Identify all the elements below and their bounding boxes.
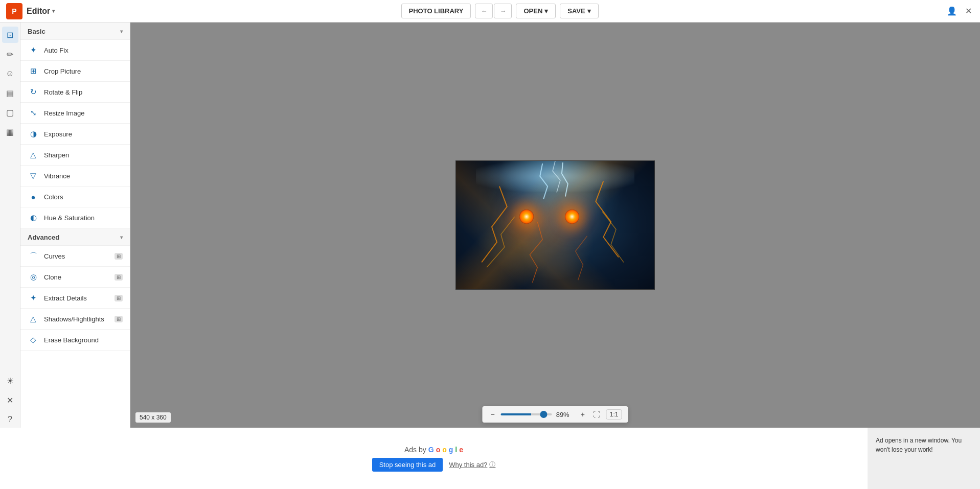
sidebar-item-colors[interactable]: ● Colors — [20, 187, 130, 207]
sidebar-panel: Basic ▾ ✦ Auto Fix ⊞ Crop Picture ↻ Rota… — [20, 22, 130, 428]
icon-bar: ⊡ ✏ ☺ ▤ ▢ ▦ ☀ ✕ ? — [0, 22, 20, 428]
stop-seeing-button[interactable]: Stop seeing this ad — [372, 458, 443, 472]
title-caret[interactable]: ▾ — [52, 8, 55, 14]
auto-fix-icon: ✦ — [28, 44, 39, 56]
sidebar-item-extract[interactable]: ✦ Extract Details ⊞ — [20, 288, 130, 309]
crop-icon: ⊞ — [28, 65, 39, 77]
rotate-icon: ↻ — [28, 86, 39, 98]
image-container — [455, 160, 655, 290]
sidebar-item-rotate[interactable]: ↻ Rotate & Flip — [20, 82, 130, 103]
redo-button[interactable]: → — [494, 4, 512, 18]
photo-library-button[interactable]: PHOTO LIBRARY — [401, 4, 471, 18]
main-area: ⊡ ✏ ☺ ▤ ▢ ▦ ☀ ✕ ? Basic ▾ ✦ Auto Fix ⊞ C… — [0, 22, 980, 428]
sidebar-item-sticker-tool[interactable]: ✕ — [2, 392, 18, 408]
user-icon-button[interactable]: 👤 — [945, 4, 959, 18]
why-this-ad-link[interactable]: Why this ad? ⓘ — [449, 460, 495, 469]
clone-pro-badge: ⊞ — [115, 274, 123, 281]
exposure-icon: ◑ — [28, 128, 39, 139]
extract-icon: ✦ — [28, 292, 39, 304]
sidebar-item-face-tool[interactable]: ☺ — [2, 65, 18, 82]
ads-by-google-label: Ads by Google — [404, 446, 463, 454]
top-bar-right: 👤 ✕ — [945, 4, 974, 18]
shadows-pro-badge: ⊞ — [115, 316, 123, 322]
curves-icon: ⌒ — [28, 250, 39, 262]
sidebar-item-crop[interactable]: ⊞ Crop Picture — [20, 61, 130, 82]
sidebar-item-hue[interactable]: ◐ Hue & Saturation — [20, 207, 130, 228]
curves-pro-badge: ⊞ — [115, 253, 123, 260]
zoom-in-button[interactable]: + — [579, 409, 587, 420]
open-button[interactable]: OPEN ▾ — [516, 4, 556, 18]
sidebar-item-vibrance[interactable]: ▽ Vibrance — [20, 166, 130, 187]
sidebar-item-layers-tool[interactable]: ▤ — [2, 85, 18, 101]
basic-section-header[interactable]: Basic ▾ — [20, 22, 130, 40]
app-title: Editor ▾ — [27, 7, 55, 16]
settings-icon-button[interactable]: ✕ — [963, 4, 974, 18]
sidebar-item-exposure[interactable]: ◑ Exposure — [20, 124, 130, 145]
top-bar: P Editor ▾ PHOTO LIBRARY ← → OPEN ▾ SAVE… — [0, 0, 980, 22]
advanced-section-header[interactable]: Advanced ▾ — [20, 228, 130, 246]
main-image[interactable] — [455, 160, 655, 290]
sidebar-item-sharpen[interactable]: △ Sharpen — [20, 145, 130, 166]
fullscreen-button[interactable]: ⛶ — [591, 409, 602, 420]
zoom-percent-label: 89% — [556, 411, 575, 418]
clone-icon: ◎ — [28, 271, 39, 283]
sidebar-item-clone[interactable]: ◎ Clone ⊞ — [20, 267, 130, 288]
undo-button[interactable]: ← — [475, 4, 493, 18]
size-indicator: 540 x 360 — [135, 412, 171, 423]
zoom-slider[interactable] — [501, 413, 552, 415]
ad-content: Ads by Google Stop seeing this ad Why th… — [0, 428, 868, 489]
sidebar-item-brush-tool[interactable]: ✏ — [2, 46, 18, 62]
top-bar-center: PHOTO LIBRARY ← → OPEN ▾ SAVE ▾ — [401, 4, 599, 18]
extract-pro-badge: ⊞ — [115, 295, 123, 301]
resize-icon: ⤡ — [28, 107, 39, 119]
undo-redo-group: ← → — [475, 4, 512, 18]
sidebar-item-crop-tool[interactable]: ⊡ — [2, 27, 18, 43]
zoom-toolbar: − 89% + ⛶ 1:1 — [482, 406, 628, 423]
sidebar-item-light-tool[interactable]: ☀ — [2, 372, 18, 389]
save-caret-icon: ▾ — [587, 7, 591, 15]
zoom-out-button[interactable]: − — [488, 409, 496, 420]
ad-info-panel: Ad opens in a new window. You won't lose… — [868, 428, 980, 489]
sidebar-item-resize[interactable]: ⤡ Resize Image — [20, 103, 130, 124]
sidebar-item-auto-fix[interactable]: ✦ Auto Fix — [20, 40, 130, 61]
shadows-icon: △ — [28, 313, 39, 324]
top-bar-left: P Editor ▾ — [6, 3, 55, 19]
sharpen-icon: △ — [28, 149, 39, 160]
sidebar-item-curves[interactable]: ⌒ Curves ⊞ — [20, 246, 130, 267]
hue-icon: ◐ — [28, 212, 39, 223]
erase-icon: ◇ — [28, 334, 39, 345]
sidebar-item-help-tool[interactable]: ? — [2, 411, 18, 428]
sidebar-item-border-tool[interactable]: ▢ — [2, 104, 18, 121]
open-caret-icon: ▾ — [544, 7, 548, 15]
google-text: G — [428, 446, 434, 454]
save-button[interactable]: SAVE ▾ — [560, 4, 598, 18]
ratio-button[interactable]: 1:1 — [606, 409, 622, 420]
sidebar-item-erase[interactable]: ◇ Erase Background — [20, 330, 130, 351]
sidebar-item-texture-tool[interactable]: ▦ — [2, 124, 18, 140]
ad-bar: Ads by Google Stop seeing this ad Why th… — [0, 428, 980, 489]
info-circle-icon: ⓘ — [489, 460, 495, 469]
vibrance-icon: ▽ — [28, 170, 39, 181]
colors-icon: ● — [28, 191, 39, 202]
sidebar-item-shadows[interactable]: △ Shadows/Hightlights ⊞ — [20, 309, 130, 330]
basic-section-caret: ▾ — [120, 29, 123, 34]
app-logo: P — [6, 3, 22, 19]
advanced-section-caret: ▾ — [120, 235, 123, 240]
canvas-area: 540 x 360 − 89% + ⛶ 1:1 — [130, 22, 980, 428]
